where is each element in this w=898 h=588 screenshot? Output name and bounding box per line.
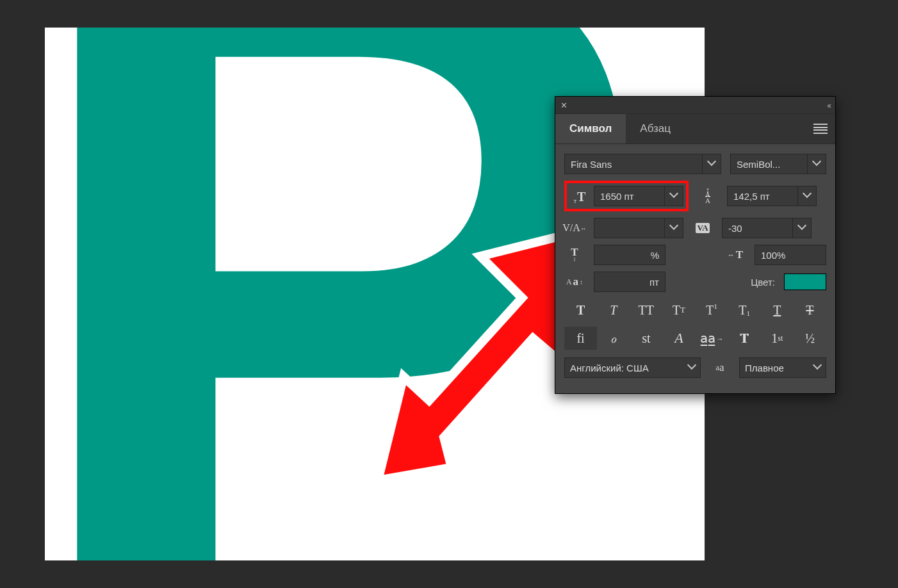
font-style-dropdown[interactable] [807,154,826,174]
kerning-dropdown[interactable] [664,218,683,238]
leading-field[interactable] [727,186,817,206]
chevron-down-icon [799,225,805,231]
contextual-alternates-button[interactable]: ℴ [597,327,630,350]
panel-tabs: Символ Абзац [555,114,835,144]
color-label: Цвет: [751,277,775,288]
font-family-field[interactable] [564,154,721,174]
panel-titlebar[interactable]: ✕ ‹‹ [555,97,835,114]
underline-button[interactable]: T [761,298,794,322]
antialias-value: Плавное [745,363,784,373]
faux-bold-button[interactable]: T [564,298,597,322]
panel-menu-button[interactable] [806,114,835,143]
font-size-dropdown[interactable] [664,186,683,206]
collapse-icon[interactable]: ‹‹ [827,101,830,110]
all-caps-button[interactable]: TT [630,298,662,322]
character-panel: ✕ ‹‹ Символ Абзац [555,96,836,394]
opentype-row: fi ℴ st A a̲a̲→ T 1st ½ [564,327,826,350]
fractions-button[interactable]: ½ [794,327,826,350]
close-icon[interactable]: ✕ [560,101,567,110]
chevron-down-icon [804,193,810,199]
font-style-input[interactable] [731,154,807,174]
antialias-icon: aa [710,359,730,376]
hscale-field[interactable] [755,245,826,265]
ordinals-button[interactable]: 1st [761,327,794,350]
strikethrough-button[interactable]: T [794,298,826,322]
hscale-icon: ↔T [725,247,746,263]
small-caps-button[interactable]: TT [662,298,695,322]
leading-icon: ↕AA [698,188,718,204]
chevron-down-icon [814,364,820,371]
faux-italic-button[interactable]: T [597,298,630,322]
hscale-input[interactable] [755,245,826,265]
vscale-icon: T↕ [564,247,585,263]
font-size-input[interactable] [594,186,664,206]
leading-dropdown[interactable] [797,186,816,206]
font-family-dropdown[interactable] [702,154,721,174]
baseline-shift-input[interactable] [594,272,665,291]
text-color-swatch[interactable] [784,274,826,290]
font-style-field[interactable] [730,154,826,174]
subscript-button[interactable]: T1 [728,298,761,322]
leading-input[interactable] [728,186,797,206]
tracking-dropdown[interactable] [792,218,811,238]
tracking-icon: VA [692,220,713,236]
kerning-icon: V/A↔ [564,220,585,236]
discretionary-ligatures-button[interactable]: st [630,327,662,350]
tab-character[interactable]: Символ [555,114,626,143]
font-size-icon: тT [569,188,590,204]
vscale-field[interactable] [594,245,665,265]
font-size-field[interactable] [594,186,683,206]
standard-ligatures-button[interactable]: fi [564,327,597,350]
kerning-input[interactable] [594,218,664,238]
vscale-input[interactable] [594,245,665,265]
type-style-row-1: T T TT TT T1 T1 T T [564,298,826,322]
language-select[interactable]: Английский: США [564,357,701,378]
font-size-highlight: тT [564,181,689,211]
baseline-shift-field[interactable] [594,272,665,292]
chevron-down-icon [813,161,820,167]
font-family-input[interactable] [565,154,702,174]
chevron-down-icon [671,193,677,199]
language-value: Английский: США [570,363,649,373]
antialias-select[interactable]: Плавное [739,357,826,378]
chevron-down-icon [708,161,715,167]
swash-button[interactable]: A [662,327,695,350]
kerning-field[interactable] [594,218,683,238]
titling-alternates-button[interactable]: T [728,327,761,350]
tracking-field[interactable] [722,218,812,238]
stylistic-alternates-button[interactable]: a̲a̲→ [696,327,728,350]
tab-paragraph[interactable]: Абзац [626,114,685,143]
tracking-input[interactable] [722,218,792,238]
superscript-button[interactable]: T1 [696,298,728,322]
hamburger-icon [813,124,828,134]
chevron-down-icon [671,225,677,231]
chevron-down-icon [689,364,695,371]
baseline-shift-icon: Aa↕ [564,274,585,290]
